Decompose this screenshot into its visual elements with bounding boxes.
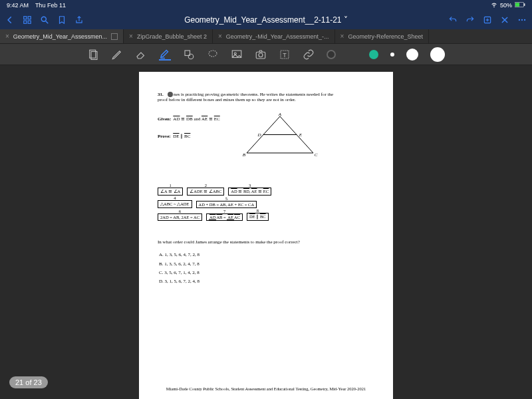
- color-teal[interactable]: [369, 50, 378, 59]
- nav-right: [448, 15, 527, 25]
- redaction-dot: [168, 92, 173, 97]
- prove-label: Prove:: [158, 134, 171, 139]
- status-date: Thu Feb 11: [35, 2, 66, 9]
- share-icon[interactable]: [74, 15, 84, 25]
- proof-box-7: 7 ADAB = AEAC: [206, 213, 243, 221]
- text-tool-icon[interactable]: T: [279, 49, 291, 61]
- question-text-line1: nes is practicing proving geometric theo…: [174, 92, 333, 97]
- search-icon[interactable]: [40, 15, 49, 25]
- svg-point-15: [521, 19, 523, 21]
- tab-close-icon[interactable]: ×: [340, 33, 344, 40]
- undo-icon[interactable]: [448, 15, 458, 25]
- eraser-tool-icon[interactable]: [135, 49, 147, 61]
- status-time: 9:42 AM: [7, 2, 29, 9]
- svg-text:E: E: [299, 132, 303, 138]
- shape-tool-icon[interactable]: [183, 49, 195, 61]
- tab-label: ZipGrade_Bubble_sheet 2: [137, 33, 207, 40]
- proof-box-6: 62AD = AB, 2AE = AC: [158, 213, 202, 221]
- more-icon[interactable]: [517, 15, 527, 25]
- battery-text: 50%: [500, 2, 512, 9]
- svg-rect-3: [24, 17, 27, 19]
- proof-box-1: 1∠A ≅ ∠A: [158, 188, 183, 196]
- status-left: 9:42 AM Thu Feb 11: [7, 2, 66, 9]
- proof-box-5: 5AD + DB = AB, AE + EC = CA: [196, 201, 257, 208]
- proof-box-2: 2∠ADE ≅ ∠ABC: [187, 188, 224, 196]
- close-icon[interactable]: [500, 15, 509, 25]
- proof-box-3: 3AD ≅ BD, AE ≅ EC: [228, 188, 271, 196]
- svg-point-7: [41, 17, 46, 21]
- camera-tool-icon[interactable]: [255, 49, 267, 61]
- tab-2[interactable]: × Geometry_-Mid_Year_Assessment_-...: [213, 29, 335, 43]
- given-prove-text: Given: AD ≅ DB and AE ≅ EC Prove: DE ∥ B…: [158, 113, 220, 143]
- proof-box-4: 4△ABC ~ △ADE: [158, 200, 192, 208]
- back-icon[interactable]: [5, 15, 15, 25]
- svg-rect-5: [24, 21, 27, 23]
- question-header: 31. nes is practicing proving geometric …: [158, 92, 374, 102]
- status-right: 50%: [491, 1, 525, 9]
- redo-icon[interactable]: [466, 15, 475, 25]
- svg-rect-2: [524, 3, 525, 6]
- tab-3[interactable]: × Geometry-Reference_Sheet: [335, 29, 429, 43]
- tab-1[interactable]: × ZipGrade_Bubble_sheet 2: [124, 29, 213, 43]
- triangle-diagram: A B C D E: [240, 113, 320, 161]
- svg-text:B: B: [243, 152, 246, 158]
- choice-a: A. 1, 3, 5, 6, 4, 7, 2, 8: [159, 251, 374, 259]
- grid-icon[interactable]: [23, 15, 32, 25]
- tab-bar: × Geometry_Mid_Year_Assessmen... × ZipGr…: [0, 29, 532, 44]
- battery-icon: [515, 2, 525, 9]
- document-page: 31. nes is practicing proving geometric …: [139, 72, 393, 399]
- proof-box-8: 8DE ∥ BC: [247, 213, 269, 221]
- svg-point-26: [259, 53, 263, 57]
- status-bar: 9:42 AM Thu Feb 11 50%: [0, 0, 532, 11]
- tab-close-icon[interactable]: ×: [129, 33, 133, 40]
- choice-b: B. 1, 3, 5, 6, 2, 4, 7, 8: [159, 260, 374, 269]
- link-tool-icon[interactable]: [303, 49, 315, 61]
- nav-bar: Geometry_Mid_Year_Assessment__2-11-21 ˅: [0, 11, 532, 29]
- svg-point-14: [519, 19, 520, 21]
- svg-line-8: [46, 21, 49, 24]
- page-tool-icon[interactable]: [87, 49, 99, 61]
- document-title[interactable]: Geometry_Mid_Year_Assessment__2-11-21 ˅: [92, 15, 440, 25]
- tool-bar: T: [0, 44, 532, 65]
- svg-text:C: C: [314, 152, 317, 158]
- choice-c: C. 3, 5, 6, 7, 1, 4, 2, 8: [159, 269, 374, 277]
- svg-point-21: [188, 54, 194, 59]
- question-number: 31.: [158, 92, 164, 97]
- svg-text:D: D: [257, 132, 261, 138]
- wifi-icon: [491, 1, 497, 9]
- tab-label: Geometry_-Mid_Year_Assessment_-...: [226, 33, 329, 40]
- document-viewport[interactable]: 31. nes is practicing proving geometric …: [0, 65, 532, 399]
- tab-label: Geometry-Reference_Sheet: [348, 33, 423, 40]
- svg-rect-1: [515, 3, 519, 7]
- given-prove-row: Given: AD ≅ DB and AE ≅ EC Prove: DE ∥ B…: [158, 113, 374, 161]
- svg-text:T: T: [283, 51, 287, 58]
- image-tool-icon[interactable]: [231, 49, 243, 61]
- lasso-tool-icon[interactable]: [207, 49, 219, 61]
- page-footer: Miami-Dade County Public Schools, Studen…: [139, 386, 393, 391]
- tab-dup-icon[interactable]: [111, 33, 118, 40]
- highlighter-tool-icon[interactable]: [159, 49, 171, 61]
- choice-d: D. 3, 1, 5, 6, 7, 2, 4, 8: [159, 277, 374, 286]
- answer-choices: A. 1, 3, 5, 6, 4, 7, 2, 8 B. 1, 3, 5, 6,…: [158, 251, 374, 286]
- given-label: Given:: [158, 116, 171, 122]
- svg-point-16: [524, 19, 525, 21]
- tab-close-icon[interactable]: ×: [218, 33, 222, 40]
- color-yellow[interactable]: [348, 50, 357, 59]
- stroke-large[interactable]: [430, 47, 445, 62]
- color-black[interactable]: [327, 50, 336, 59]
- proof-boxes: 1∠A ≅ ∠A 2∠ADE ≅ ∠ABC 3AD ≅ BD, AE ≅ EC …: [158, 188, 374, 221]
- svg-text:A: A: [278, 113, 282, 117]
- order-question: In what order could James arrange the st…: [158, 239, 374, 245]
- svg-rect-4: [28, 17, 31, 19]
- question-text-line2: proof below in different boxes and mixes…: [158, 97, 374, 102]
- stroke-small[interactable]: [390, 53, 394, 57]
- bookmark-icon[interactable]: [57, 15, 66, 25]
- tab-close-icon[interactable]: ×: [5, 33, 9, 40]
- nav-left: [5, 15, 84, 25]
- tab-0[interactable]: × Geometry_Mid_Year_Assessmen...: [0, 29, 124, 43]
- stroke-medium[interactable]: [406, 49, 418, 61]
- tab-label: Geometry_Mid_Year_Assessmen...: [13, 33, 107, 40]
- add-icon[interactable]: [483, 15, 492, 25]
- svg-rect-6: [28, 21, 31, 23]
- pen-tool-icon[interactable]: [111, 49, 123, 61]
